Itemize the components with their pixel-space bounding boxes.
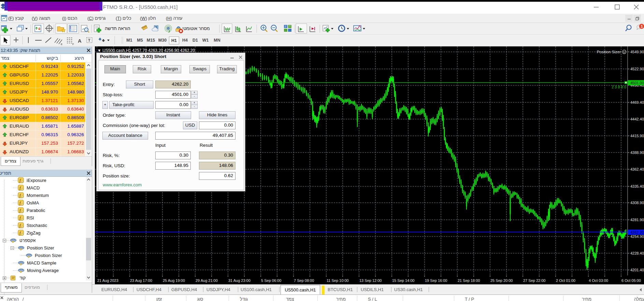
svg-text:5 Sep 06:00: 5 Sep 06:00 — [261, 278, 281, 283]
svg-text:מסחר אוטומטי: מסחר אוטומטי — [182, 26, 210, 31]
svg-text:4335.40: 4335.40 — [630, 184, 644, 188]
svg-text:2 3 8 8 0: 2 3 8 8 0 — [612, 85, 626, 89]
svg-text:23 Aug 17:00: 23 Aug 17:00 — [130, 278, 152, 283]
svg-text:4415.90: 4415.90 — [630, 134, 644, 138]
svg-text:25 Sep 20:00: 25 Sep 20:00 — [490, 278, 513, 283]
svg-text:4201.40: 4201.40 — [630, 268, 644, 272]
svg-text:4388.90: 4388.90 — [630, 150, 644, 155]
svg-text:4549.90: 4549.90 — [630, 50, 644, 54]
svg-text:31 Aug 23:00: 31 Aug 23:00 — [228, 278, 251, 283]
svg-text:4228.40: 4228.40 — [630, 251, 644, 255]
svg-text:27 Sep 22:00: 27 Sep 22:00 — [523, 278, 545, 283]
svg-text:29 Aug 21:00: 29 Aug 21:00 — [196, 278, 218, 283]
svg-text:21 Sep 18:00: 21 Sep 18:00 — [458, 278, 480, 283]
svg-text:19 Sep 16:00: 19 Sep 16:00 — [425, 278, 447, 283]
svg-text:4254.90: 4254.90 — [630, 234, 644, 239]
svg-text:15 Sep 14:00: 15 Sep 14:00 — [392, 278, 414, 283]
svg-text:6 Oct 05:00: 6 Oct 05:00 — [621, 278, 641, 283]
svg-text:4362.40: 4362.40 — [630, 167, 644, 171]
svg-text:הוראה חדשה: הוראה חדשה — [105, 26, 130, 31]
svg-text:13 Sep 12:00: 13 Sep 12:00 — [359, 278, 382, 283]
svg-text:2 Oct 01:00: 2 Oct 01:00 — [556, 278, 575, 283]
svg-text:4522.90: 4522.90 — [630, 67, 644, 71]
svg-text:Position Sizer: Position Sizer — [597, 50, 621, 54]
svg-text:4281.90: 4281.90 — [630, 218, 644, 222]
svg-text:▼ US500.cash,H1 4257.70 4263.: ▼ US500.cash,H1 4257.70 4263.20 4256.90 … — [97, 48, 195, 53]
svg-text:7 Sep 08:00: 7 Sep 08:00 — [294, 278, 314, 283]
svg-text:25 Aug 19:00: 25 Aug 19:00 — [163, 278, 185, 283]
svg-text:21 Aug 2023: 21 Aug 2023 — [97, 278, 118, 283]
svg-text:4308.90: 4308.90 — [630, 201, 644, 205]
svg-text:11 Sep 10:00: 11 Sep 10:00 — [327, 278, 349, 283]
svg-text:1: 1 — [641, 24, 643, 28]
svg-text:4442.40: 4442.40 — [630, 117, 644, 121]
svg-text:4469.40: 4469.40 — [630, 100, 644, 104]
svg-text:4262.20: 4262.20 — [630, 230, 644, 234]
svg-text:4 Oct 03:00: 4 Oct 03:00 — [589, 278, 608, 283]
svg-text:4501.00: 4501.00 — [630, 81, 644, 85]
